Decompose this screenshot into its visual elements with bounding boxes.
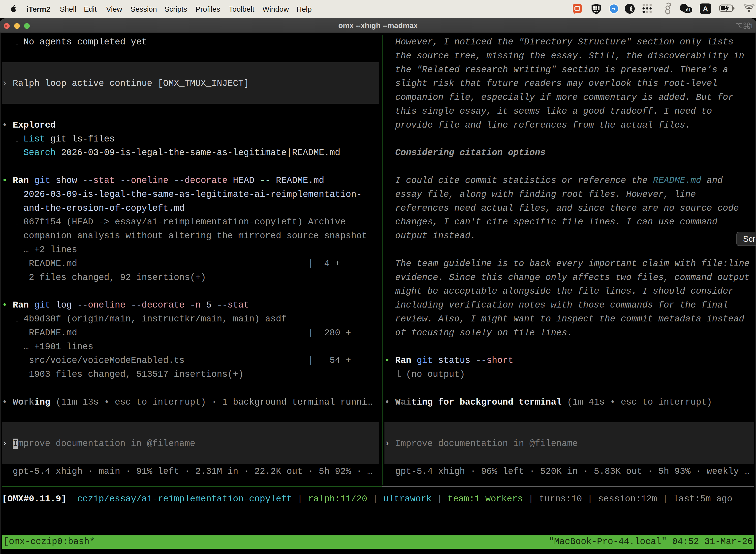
svg-text:A: A <box>703 5 708 13</box>
svg-text:..61: ..61 <box>684 8 691 12</box>
